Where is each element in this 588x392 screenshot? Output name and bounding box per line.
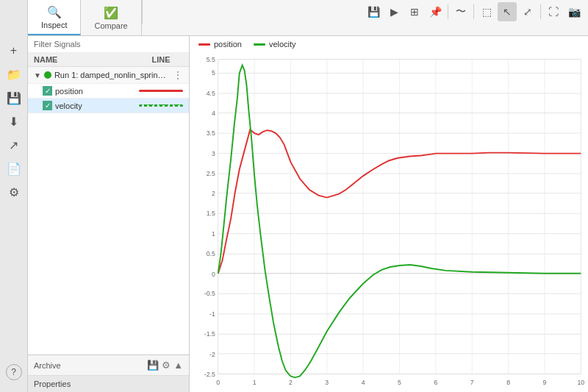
save-icon[interactable]: 💾: [4, 88, 24, 108]
legend-position-label: position: [214, 40, 242, 49]
svg-text:3: 3: [212, 150, 215, 157]
velocity-name: velocity: [55, 101, 136, 110]
position-line: [139, 90, 183, 92]
legend-velocity-label: velocity: [269, 40, 296, 49]
signal-table-header: NAME LINE: [28, 53, 189, 67]
velocity-checkbox[interactable]: ✓: [43, 101, 52, 110]
filter-row: Filter Signals: [28, 36, 189, 53]
run-dot: [44, 71, 51, 79]
body-area: Filter Signals NAME LINE ▼ Run 1: damped…: [28, 36, 588, 392]
svg-text:5: 5: [398, 379, 401, 386]
col-name-header: NAME: [34, 55, 139, 64]
add-icon[interactable]: +: [4, 40, 24, 61]
tab-compare-label: Compare: [94, 21, 127, 30]
folder-icon[interactable]: 📁: [4, 64, 24, 85]
signal-row-position[interactable]: ✓ position: [28, 84, 189, 99]
velocity-line: [139, 104, 183, 107]
top-nav: 🔍 Inspect ✅ Compare 💾 ▶ ⊞ 📌 〜 ⬚ ↖ ⤢ ⛶ 📷: [28, 0, 588, 36]
help-icon[interactable]: ?: [6, 364, 22, 380]
svg-text:-2: -2: [209, 351, 215, 358]
legend-velocity: velocity: [254, 40, 296, 49]
run-name: Run 1: damped_nonlin_spring[Curre...: [54, 71, 170, 79]
svg-text:1: 1: [253, 379, 257, 386]
chart-svg-container[interactable]: -2.5 -2 -1.5 -1 -0.5 0 0.5 1 1.5 2 2.5 3…: [190, 52, 588, 392]
archive-row: Archive 💾 ⚙ ▲: [28, 355, 189, 376]
screenshot-button[interactable]: 📷: [564, 2, 584, 21]
svg-text:4: 4: [212, 109, 215, 116]
compare-icon: ✅: [104, 6, 118, 20]
sep3: [540, 4, 541, 19]
svg-text:3.5: 3.5: [207, 129, 215, 137]
play-button[interactable]: ▶: [384, 2, 404, 21]
svg-text:-2.5: -2.5: [204, 371, 215, 378]
tab-inspect[interactable]: 🔍 Inspect: [28, 0, 81, 35]
position-checkbox[interactable]: ✓: [43, 86, 52, 96]
settings-icon[interactable]: ⚙: [4, 182, 24, 202]
properties-row[interactable]: Properties: [28, 376, 189, 392]
archive-label: Archive: [34, 361, 144, 370]
svg-text:1.5: 1.5: [207, 210, 215, 217]
svg-text:2.5: 2.5: [207, 170, 215, 177]
svg-text:0: 0: [216, 379, 220, 386]
svg-text:2: 2: [212, 190, 215, 197]
col-line-header: LINE: [139, 55, 183, 64]
svg-text:7: 7: [470, 379, 474, 386]
chart-legend: position velocity: [190, 36, 588, 52]
svg-text:0: 0: [212, 271, 215, 278]
zoombox-button[interactable]: ⬚: [477, 2, 496, 21]
svg-text:1: 1: [212, 230, 215, 238]
sep2: [473, 4, 474, 19]
left-toolbar: + 📁 💾 ⬇ ↗ 📄 ⚙ ?: [0, 0, 28, 392]
panel-bottom: Archive 💾 ⚙ ▲ Properties: [28, 354, 189, 392]
inspect-icon: 🔍: [47, 5, 62, 19]
signal-row-velocity[interactable]: ✓ velocity: [28, 99, 189, 113]
legend-position: position: [198, 40, 242, 49]
svg-text:10: 10: [577, 379, 584, 386]
pin-button[interactable]: 📌: [426, 2, 445, 21]
run-more-icon[interactable]: ⋮: [173, 69, 183, 81]
run-row[interactable]: ▼ Run 1: damped_nonlin_spring[Curre... ⋮: [28, 67, 189, 84]
share-icon[interactable]: ↗: [4, 135, 24, 155]
position-name: position: [55, 87, 136, 96]
svg-text:8: 8: [506, 379, 510, 386]
cursor-button[interactable]: ↖: [498, 2, 517, 21]
svg-text:9: 9: [543, 379, 547, 386]
sep1: [448, 4, 448, 19]
expand-button[interactable]: ⤢: [518, 2, 537, 21]
svg-text:5.5: 5.5: [207, 56, 215, 63]
archive-expand-icon[interactable]: ▲: [173, 360, 183, 371]
run-arrow-icon: ▼: [34, 71, 41, 79]
properties-label: Properties: [34, 379, 71, 388]
legend-position-swatch: [198, 43, 210, 46]
wave-button[interactable]: 〜: [451, 2, 470, 21]
tab-compare[interactable]: ✅ Compare: [81, 0, 141, 35]
svg-text:0.5: 0.5: [207, 250, 215, 257]
save-db-button[interactable]: 💾: [364, 2, 383, 21]
chart-area: position velocity: [190, 36, 588, 392]
download-icon[interactable]: ⬇: [4, 111, 24, 132]
svg-text:4.5: 4.5: [207, 90, 215, 97]
svg-text:3: 3: [325, 379, 329, 386]
svg-text:4: 4: [362, 379, 365, 386]
archive-settings-icon[interactable]: ⚙: [162, 360, 171, 371]
grid-button[interactable]: ⊞: [405, 2, 424, 21]
main-content: 🔍 Inspect ✅ Compare 💾 ▶ ⊞ 📌 〜 ⬚ ↖ ⤢ ⛶ 📷: [28, 0, 588, 392]
svg-text:-1: -1: [209, 310, 215, 318]
signal-panel: Filter Signals NAME LINE ▼ Run 1: damped…: [28, 36, 190, 392]
svg-text:-0.5: -0.5: [204, 290, 215, 297]
legend-velocity-swatch: [254, 43, 265, 46]
tab-inspect-label: Inspect: [41, 21, 67, 29]
document-icon[interactable]: 📄: [4, 158, 24, 179]
svg-text:6: 6: [434, 379, 437, 386]
filter-label: Filter Signals: [34, 40, 81, 49]
svg-text:2: 2: [289, 379, 293, 386]
fullscreen-button[interactable]: ⛶: [544, 2, 563, 21]
chart-toolbar: 💾 ▶ ⊞ 📌 〜 ⬚ ↖ ⤢ ⛶ 📷: [142, 0, 588, 24]
archive-save-icon[interactable]: 💾: [147, 360, 159, 371]
chart-svg: -2.5 -2 -1.5 -1 -0.5 0 0.5 1 1.5 2 2.5 3…: [190, 52, 588, 392]
svg-text:-1.5: -1.5: [204, 330, 215, 338]
svg-text:5: 5: [212, 69, 215, 76]
